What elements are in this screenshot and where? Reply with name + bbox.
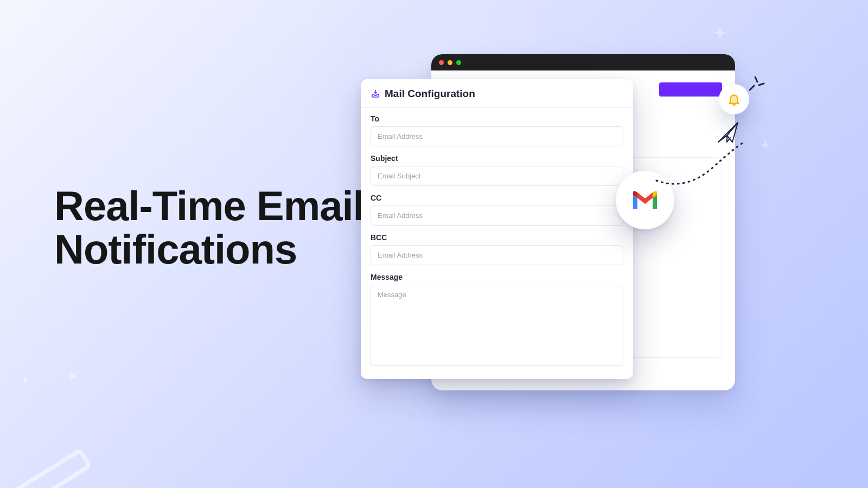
cc-input[interactable] [371,206,623,226]
field-message: Message [371,273,623,368]
bell-icon [719,84,749,114]
sparkle-icon [64,370,79,387]
subject-input[interactable] [371,166,623,186]
message-input[interactable] [371,285,623,366]
mail-configuration-modal: Mail Configuration To Subject CC BCC Mes… [361,79,633,379]
flight-path [654,140,746,189]
bell-rays-icon [748,74,766,92]
headline-line-1: Real-Time Email [54,184,364,228]
window-maximize-dot[interactable] [456,60,461,65]
window-close-dot[interactable] [439,60,444,65]
page-headline: Real-Time Email Notifications [54,184,364,271]
primary-action-pill[interactable] [659,82,722,97]
cc-label: CC [371,194,623,202]
svg-line-0 [750,86,754,90]
mail-form: To Subject CC BCC Message [361,108,633,368]
field-bcc: BCC [371,233,623,265]
field-to: To [371,114,623,146]
window-minimize-dot[interactable] [448,60,452,65]
subject-label: Subject [371,154,623,163]
field-subject: Subject [371,154,623,186]
sparkle-icon [758,139,773,155]
wand-icon [11,447,98,488]
modal-header: Mail Configuration [361,79,633,108]
svg-line-2 [759,84,764,85]
sparkle-icon [711,25,729,46]
modal-title: Mail Configuration [385,88,475,100]
window-titlebar [431,54,735,70]
svg-line-1 [755,77,757,82]
message-label: Message [371,273,623,281]
sparkle-icon [20,376,30,389]
headline-line-2: Notifications [54,228,364,271]
bcc-input[interactable] [371,245,623,265]
inbox-icon [371,89,380,99]
bcc-label: BCC [371,233,623,242]
field-cc: CC [371,194,623,226]
to-label: To [371,114,623,123]
to-input[interactable] [371,126,623,146]
